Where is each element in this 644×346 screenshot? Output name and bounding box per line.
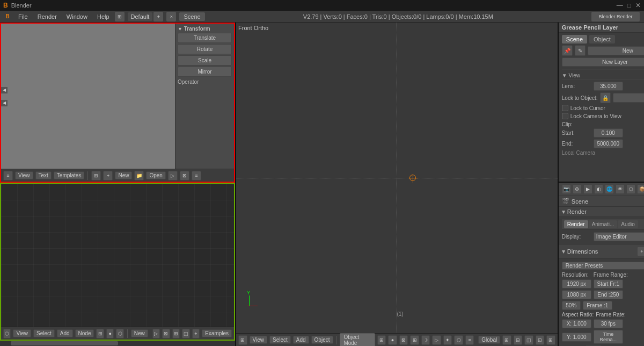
icon-btn-1[interactable]: ⊞ xyxy=(91,171,101,181)
vp-icon-8[interactable]: ⬡ xyxy=(454,335,463,345)
add-screen-icon[interactable]: + xyxy=(153,12,163,21)
vp-global-selector[interactable]: Global xyxy=(478,336,500,344)
vp-icon-13[interactable]: ⊡ xyxy=(536,335,545,345)
rp-display-value[interactable]: Image Editor xyxy=(594,232,644,241)
vp-icon-10[interactable]: ⊞ xyxy=(502,335,511,345)
gp-lock-cursor-checkbox[interactable] xyxy=(562,105,568,111)
gp-new-layer-button[interactable]: New Layer xyxy=(562,57,644,67)
render-tab-render[interactable]: Render xyxy=(564,220,588,228)
ne-node-button[interactable]: Node xyxy=(75,329,94,337)
vp-icon-12[interactable]: ◫ xyxy=(524,335,533,345)
rp-icon-6[interactable]: 👁 xyxy=(616,184,625,194)
vp-icon-9[interactable]: ≡ xyxy=(465,335,474,345)
new-button[interactable]: New xyxy=(115,171,132,179)
ne-add-button[interactable]: Add xyxy=(57,329,73,337)
ne-new-button[interactable]: New xyxy=(131,329,148,337)
folder-icon[interactable]: 📁 xyxy=(134,171,144,181)
vp-icon-3[interactable]: ⊠ xyxy=(399,335,408,345)
gp-lock-camera-checkbox[interactable] xyxy=(562,113,568,119)
rp-icon-2[interactable]: ⚙ xyxy=(573,184,582,194)
ne-icon-6[interactable]: ⊞ xyxy=(172,329,180,338)
rp-aspect-x[interactable]: X: 1.000 xyxy=(562,319,591,328)
rp-percent[interactable]: 50% xyxy=(562,301,581,310)
vp-view-button[interactable]: View xyxy=(250,336,268,344)
gp-pin-icon[interactable]: 📌 xyxy=(562,45,573,56)
minimize-button[interactable]: — xyxy=(617,2,623,9)
gp-lock-obj-icon[interactable]: 🔒 xyxy=(600,92,611,103)
vp-object-button[interactable]: Object xyxy=(311,336,333,344)
icon-btn-4[interactable]: ⊠ xyxy=(180,171,189,181)
icon-btn-5[interactable]: ≡ xyxy=(192,171,201,181)
rp-icon-1[interactable]: 📷 xyxy=(562,184,571,194)
ne-examples-button[interactable]: Examples xyxy=(202,329,232,337)
render-tab-anim[interactable]: Animati... xyxy=(589,220,618,228)
engine-dropdown[interactable]: Blender Render xyxy=(591,12,640,21)
icon-btn-3[interactable]: ▷ xyxy=(168,171,178,181)
ne-view-button[interactable]: View xyxy=(13,329,31,337)
vp-icon-7[interactable]: ✦ xyxy=(443,335,452,345)
vp-icon-11[interactable]: ⊟ xyxy=(514,335,523,345)
menu-render[interactable]: Render xyxy=(33,12,61,21)
ne-icon-3[interactable]: ⬡ xyxy=(116,329,123,338)
view-button[interactable]: View xyxy=(15,171,33,179)
menu-file[interactable]: File xyxy=(14,12,32,21)
scene-selector[interactable]: Scene xyxy=(179,12,204,21)
vp-icon-1[interactable]: ⊞ xyxy=(377,335,386,345)
panel-collapse-btn2[interactable]: ◀ xyxy=(1,100,8,106)
node-editor-canvas[interactable] xyxy=(1,184,234,327)
ne-icon-5[interactable]: ⊠ xyxy=(162,329,170,338)
vp-icon-2[interactable]: ● xyxy=(388,335,397,345)
rp-icon-8[interactable]: 📦 xyxy=(637,184,644,194)
gp-pencil-icon[interactable]: ✎ xyxy=(575,45,586,56)
rp-start-fr[interactable]: Start Fr:1 xyxy=(594,279,623,289)
gp-new-button[interactable]: New xyxy=(588,46,644,55)
viewport[interactable]: Front Ortho Y (1) xyxy=(236,23,558,333)
maximize-button[interactable]: □ xyxy=(627,2,631,9)
rp-icon-4[interactable]: ◐ xyxy=(594,184,603,194)
gp-start-value[interactable]: 0.100 xyxy=(594,128,623,138)
layout-selector[interactable]: Default xyxy=(128,12,153,21)
vp-select-button[interactable]: Select xyxy=(269,336,291,344)
dim-add-icon[interactable]: + xyxy=(637,247,644,256)
ne-select-button[interactable]: Select xyxy=(33,329,55,337)
panel-collapse-btn[interactable]: ◀ xyxy=(1,87,8,93)
node-editor-scrollbar[interactable] xyxy=(0,341,235,346)
gp-lens-value[interactable]: 35.000 xyxy=(594,82,623,91)
ne-icon-7[interactable]: ◫ xyxy=(182,329,189,338)
rp-aspect-y[interactable]: Y: 1.000 xyxy=(562,333,591,342)
rp-icon-3[interactable]: ▶ xyxy=(583,184,592,194)
translate-button[interactable]: Translate xyxy=(178,33,232,43)
rp-presets-button[interactable]: Render Presets xyxy=(562,262,644,270)
menu-help[interactable]: Help xyxy=(93,12,114,21)
rp-icon-7[interactable]: ⬡ xyxy=(626,184,635,194)
gp-lock-obj-field[interactable] xyxy=(613,93,644,103)
icon-btn-2[interactable]: + xyxy=(103,171,113,181)
ne-icon-2[interactable]: ● xyxy=(106,329,114,338)
gp-object-tab[interactable]: Object xyxy=(589,35,615,44)
rp-end-fr[interactable]: End :250 xyxy=(594,290,623,299)
remove-screen-icon[interactable]: × xyxy=(166,12,176,21)
vp-icon-4[interactable]: ⊞ xyxy=(410,335,419,345)
vp-icon-6[interactable]: ▷ xyxy=(432,335,441,345)
vp-icon-5[interactable]: ☽ xyxy=(421,335,430,345)
render-tab-audio[interactable]: Audio xyxy=(618,220,638,228)
vp-icon-14[interactable]: ⊞ xyxy=(546,335,555,345)
scale-button[interactable]: Scale xyxy=(178,55,232,66)
rp-icon-5[interactable]: 🌐 xyxy=(605,184,614,194)
rotate-button[interactable]: Rotate xyxy=(178,44,232,54)
close-button[interactable]: ✕ xyxy=(635,2,641,9)
gp-end-value[interactable]: 5000.000 xyxy=(594,139,623,148)
menu-window[interactable]: Window xyxy=(62,12,92,21)
ne-icon-1[interactable]: ⊞ xyxy=(96,329,104,338)
rp-frame[interactable]: Frame :1 xyxy=(583,301,612,310)
text-button[interactable]: Text xyxy=(35,171,52,179)
rp-res-x[interactable]: 1920 px xyxy=(562,279,591,289)
vp-mode-selector[interactable]: Object Mode xyxy=(340,333,375,347)
rp-fps[interactable]: 30 fps xyxy=(594,319,623,328)
vp-add-button[interactable]: Add xyxy=(293,336,309,344)
mirror-button[interactable]: Mirror xyxy=(178,67,232,77)
gp-scene-tab[interactable]: Scene xyxy=(562,35,587,44)
rp-res-y[interactable]: 1080 px xyxy=(562,290,591,299)
ne-icon-8[interactable]: + xyxy=(192,329,200,338)
ne-icon-4[interactable]: ▷ xyxy=(152,329,160,338)
